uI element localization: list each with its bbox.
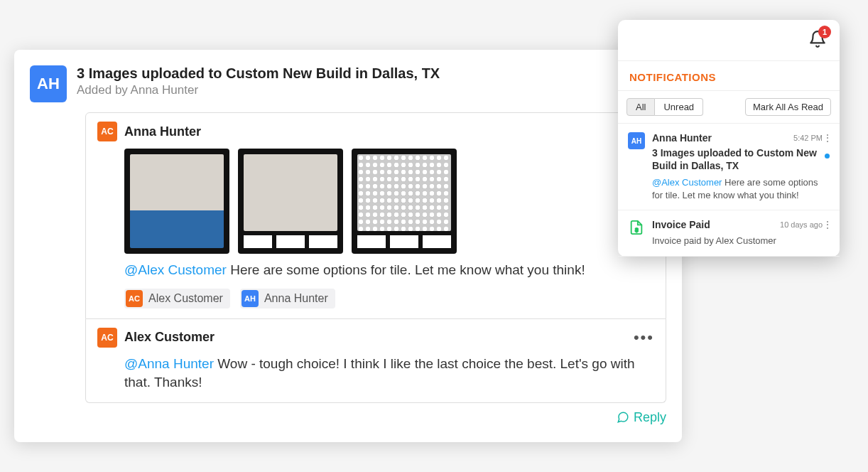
mark-all-read-button[interactable]: Mark All As Read bbox=[745, 98, 831, 116]
notification-count-badge: 1 bbox=[818, 26, 831, 38]
comment: AC Alex Customer ••• @Anna Hunter Wow - … bbox=[85, 319, 666, 403]
filter-segment: All Unread bbox=[626, 98, 703, 116]
comment-text: @Alex Customer Here are some options for… bbox=[124, 261, 654, 280]
notification-heading: 3 Images uploaded to Custom New Build in… bbox=[652, 146, 830, 172]
notification-item[interactable]: AH Anna Hunter 3 Images uploaded to Cust… bbox=[618, 124, 840, 210]
tagged-users: AC Alex Customer AH Anna Hunter bbox=[124, 289, 654, 309]
comment-author: Alex Customer bbox=[124, 330, 215, 345]
comment-header: AC Anna Hunter bbox=[97, 122, 654, 141]
mention-link[interactable]: @Alex Customer bbox=[124, 262, 227, 277]
unread-indicator-icon bbox=[825, 154, 830, 159]
uploaded-image-thumbnail[interactable] bbox=[124, 149, 229, 254]
filter-unread-button[interactable]: Unread bbox=[655, 98, 703, 116]
mention-link[interactable]: @Anna Hunter bbox=[124, 356, 214, 371]
notification-menu-icon[interactable]: ⋮ bbox=[823, 132, 832, 144]
notification-menu-icon[interactable]: ⋮ bbox=[823, 219, 832, 230]
comment-body: Here are some options for tile. Let me k… bbox=[227, 262, 585, 277]
reply-row: Reply bbox=[85, 410, 666, 427]
notifications-panel: 1 NOTIFICATIONS All Unread Mark All As R… bbox=[618, 20, 840, 257]
more-options-icon[interactable]: ••• bbox=[634, 328, 654, 347]
tag-avatar: AC bbox=[126, 290, 143, 307]
filter-all-button[interactable]: All bbox=[626, 98, 655, 116]
notification-content: Anna Hunter 3 Images uploaded to Custom … bbox=[652, 132, 830, 201]
feed-heading-block: 3 Images uploaded to Custom New Build in… bbox=[77, 65, 440, 102]
bell-button[interactable]: 1 bbox=[808, 30, 827, 51]
invoice-icon: $ bbox=[628, 219, 645, 236]
notifications-controls: All Unread Mark All As Read bbox=[618, 91, 840, 124]
reply-label: Reply bbox=[634, 410, 666, 425]
svg-text:$: $ bbox=[635, 227, 638, 233]
feed-title: 3 Images uploaded to Custom New Build in… bbox=[77, 65, 440, 82]
uploaded-image-thumbnail[interactable] bbox=[352, 149, 457, 254]
notification-body: @Alex Customer Here are some options for… bbox=[652, 176, 830, 201]
tag-avatar: AH bbox=[242, 290, 259, 307]
tag-label: Anna Hunter bbox=[264, 292, 328, 305]
comment-avatar: AC bbox=[97, 328, 117, 348]
feed-post-card: AH 3 Images uploaded to Custom New Build… bbox=[14, 50, 682, 442]
comments-container: AC Anna Hunter @Alex Customer Here are s… bbox=[85, 112, 666, 427]
mention-link[interactable]: @Alex Customer bbox=[652, 177, 722, 188]
image-thumbnails bbox=[124, 149, 654, 254]
comment: AC Anna Hunter @Alex Customer Here are s… bbox=[85, 112, 666, 319]
notification-item[interactable]: $ Invoice Paid Invoice paid by Alex Cust… bbox=[618, 210, 840, 257]
notification-time: 10 days ago bbox=[780, 220, 823, 229]
comment-text: @Anna Hunter Wow - tough choice! I think… bbox=[124, 355, 654, 392]
notification-avatar: AH bbox=[628, 132, 645, 149]
reply-button[interactable]: Reply bbox=[617, 410, 666, 425]
feed-subtitle: Added by Anna Hunter bbox=[77, 83, 440, 97]
comment-avatar: AC bbox=[97, 122, 117, 141]
notification-time: 5:42 PM bbox=[793, 134, 823, 142]
user-tag[interactable]: AC Alex Customer bbox=[124, 289, 230, 309]
comment-header: AC Alex Customer ••• bbox=[97, 328, 654, 348]
reply-icon bbox=[617, 411, 629, 424]
tag-label: Alex Customer bbox=[148, 292, 223, 305]
author-avatar: AH bbox=[30, 65, 67, 102]
user-tag[interactable]: AH Anna Hunter bbox=[240, 289, 335, 309]
notification-body: Invoice paid by Alex Customer bbox=[652, 235, 830, 247]
feed-header: AH 3 Images uploaded to Custom New Build… bbox=[30, 65, 666, 102]
notifications-header-bar: 1 bbox=[618, 20, 840, 61]
comment-author: Anna Hunter bbox=[124, 124, 201, 139]
uploaded-image-thumbnail[interactable] bbox=[238, 149, 343, 254]
notifications-title: NOTIFICATIONS bbox=[618, 61, 840, 91]
